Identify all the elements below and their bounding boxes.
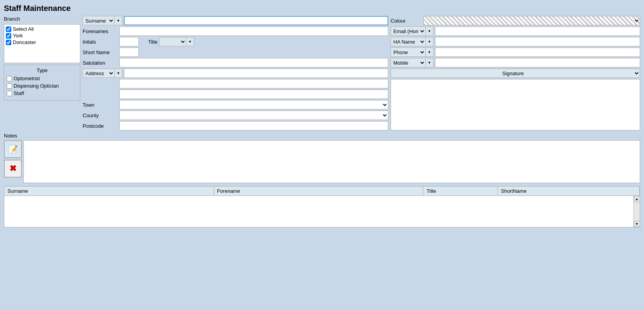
type-item-dispensing-optician: Dispensing Optician (7, 83, 78, 89)
branch-item-york: York (6, 33, 78, 39)
title-dropdown-container: ▼ (159, 37, 194, 46)
notes-edit-button[interactable]: 📝 (4, 140, 22, 158)
notes-textarea[interactable] (23, 140, 640, 183)
email-home-row: Email (Home) ▼ (391, 26, 640, 36)
town-label: Town (83, 102, 118, 108)
colour-select[interactable] (423, 16, 640, 25)
surname-dropdown-arrow[interactable]: ▼ (115, 16, 122, 25)
type-checkbox-dispensing-optician[interactable] (7, 83, 12, 89)
forenames-row: Forenames (83, 26, 388, 36)
signature-select[interactable]: Signature (391, 69, 640, 78)
address1-input[interactable] (124, 69, 388, 78)
short-name-label: Short Name (83, 49, 118, 55)
grid-scrollbar: ▲ ▼ (633, 196, 640, 227)
mobile-dropdown-arrow[interactable]: ▼ (426, 58, 433, 67)
county-select[interactable] (119, 111, 388, 120)
forenames-input[interactable] (119, 26, 388, 36)
colour-label: Colour (391, 18, 422, 24)
branch-item-select-all: Select All (6, 26, 78, 32)
email-home-input[interactable] (435, 26, 640, 36)
postcode-label: Postcode (83, 123, 118, 129)
middle-panel: Surname ▼ Forenames Initals Title (83, 16, 388, 130)
branch-checkbox-york[interactable] (6, 33, 11, 39)
mobile-input[interactable] (435, 58, 640, 67)
email-dropdown-arrow[interactable]: ▼ (426, 26, 433, 36)
type-item-staff: Staff (7, 90, 78, 96)
postcode-input[interactable] (119, 121, 388, 130)
ha-name-dropdown-container: HA Name ▼ (391, 37, 433, 46)
grid-header: Surname Forename Title ShortName (4, 187, 640, 196)
surname-type-select[interactable]: Surname (83, 16, 115, 25)
type-item-optometrist: Optometrist (7, 76, 78, 81)
town-select[interactable] (119, 100, 388, 109)
scroll-arrow-down[interactable]: ▼ (634, 221, 640, 227)
phone-dropdown-container: Phone ▼ (391, 48, 433, 57)
phone-input[interactable] (435, 48, 640, 57)
title-dropdown-arrow[interactable]: ▼ (186, 37, 194, 46)
branch-box: Select All York Doncaster (4, 24, 80, 63)
short-name-input[interactable] (119, 48, 139, 57)
notes-container: 📝 ✖ (4, 140, 640, 183)
email-type-select[interactable]: Email (Home) (391, 26, 426, 36)
ha-name-input[interactable] (435, 37, 640, 46)
address3-row (83, 90, 388, 99)
ha-name-dropdown-arrow[interactable]: ▼ (426, 37, 433, 46)
address2-row (83, 79, 388, 88)
notes-label: Notes (4, 133, 640, 139)
branch-checkbox-select-all[interactable] (6, 26, 11, 32)
address2-input[interactable] (119, 79, 388, 88)
top-section: Branch Select All York Doncaster Type (4, 16, 640, 130)
address-row: Address ▼ (83, 69, 388, 78)
ha-name-row: HA Name ▼ (391, 37, 640, 46)
notes-delete-icon: ✖ (9, 164, 16, 174)
type-checkbox-optometrist[interactable] (7, 76, 12, 81)
surname-input[interactable] (124, 16, 388, 25)
notes-delete-button[interactable]: ✖ (4, 160, 22, 178)
title-label: Title (148, 39, 157, 45)
town-row: Town (83, 100, 388, 109)
grid-col-header-shortname: ShortName (498, 187, 640, 196)
grid-section: Surname Forename Title ShortName ▲ ▼ (4, 186, 640, 227)
branch-checkbox-doncaster[interactable] (6, 40, 11, 45)
salutation-row: Salutation (83, 58, 388, 67)
scroll-arrow-up[interactable]: ▲ (634, 196, 640, 202)
surname-dropdown-container: Surname ▼ (83, 16, 122, 25)
signature-header-row: Signature (391, 69, 640, 78)
salutation-input[interactable] (119, 58, 388, 67)
surname-row: Surname ▼ (83, 16, 388, 25)
short-name-row: Short Name (83, 48, 388, 57)
email-dropdown-container: Email (Home) ▼ (391, 26, 433, 36)
phone-dropdown-arrow[interactable]: ▼ (426, 48, 433, 57)
forenames-label: Forenames (83, 28, 118, 34)
branch-label-select-all: Select All (13, 26, 34, 32)
signature-area (391, 79, 640, 130)
mobile-dropdown-container: Mobile ▼ (391, 58, 433, 67)
branch-label: Branch (4, 16, 80, 22)
address-type-select[interactable]: Address (83, 69, 115, 78)
branch-label-doncaster: Doncaster (13, 39, 36, 45)
type-checkbox-staff[interactable] (7, 91, 12, 96)
notes-edit-icon: 📝 (8, 144, 18, 154)
ha-name-select[interactable]: HA Name (391, 37, 426, 46)
mobile-type-select[interactable]: Mobile (391, 58, 426, 67)
phone-type-select[interactable]: Phone (391, 48, 426, 57)
main-container: Staff Maintenance Branch Select All York… (4, 4, 640, 227)
address3-input[interactable] (119, 90, 388, 99)
county-row: County (83, 111, 388, 120)
colour-row: Colour (391, 16, 640, 25)
title-select[interactable] (159, 37, 186, 46)
grid-scroll-area (4, 196, 633, 227)
initials-input[interactable] (119, 37, 139, 46)
type-header: Type (7, 67, 78, 73)
type-label-optometrist: Optometrist (14, 76, 40, 81)
scroll-track (634, 202, 640, 221)
left-panel: Branch Select All York Doncaster Type (4, 16, 80, 130)
address-dropdown-container: Address ▼ (83, 69, 122, 78)
postcode-row: Postcode (83, 121, 388, 130)
type-label-staff: Staff (14, 90, 24, 96)
address-dropdown-arrow[interactable]: ▼ (115, 69, 122, 78)
initials-label: Initals (83, 39, 118, 45)
grid-body-container: ▲ ▼ (4, 196, 640, 227)
branch-item-doncaster: Doncaster (6, 39, 78, 45)
initials-row: Initals Title ▼ (83, 37, 388, 46)
